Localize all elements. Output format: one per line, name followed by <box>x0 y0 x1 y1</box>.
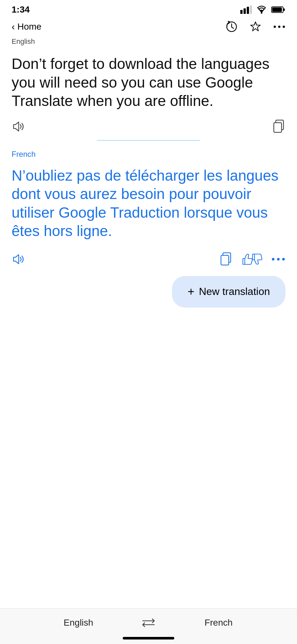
language-selector-bar: English French <box>0 609 297 634</box>
svg-point-21 <box>282 258 285 260</box>
section-divider <box>97 140 200 141</box>
home-indicator <box>123 637 174 639</box>
source-copy-icon[interactable] <box>273 119 285 134</box>
new-translation-label: New translation <box>199 286 270 298</box>
svg-point-20 <box>277 258 280 260</box>
translation-more-icon[interactable] <box>271 257 285 261</box>
svg-rect-7 <box>272 7 282 12</box>
svg-rect-18 <box>221 255 229 265</box>
target-language-selector[interactable]: French <box>156 618 282 628</box>
source-speaker-icon[interactable] <box>12 120 26 133</box>
new-translation-button[interactable]: + New translation <box>172 276 285 308</box>
source-text: Don’t forget to download the languages y… <box>12 55 285 110</box>
signal-icon <box>240 5 252 14</box>
nav-actions <box>225 21 285 33</box>
svg-point-19 <box>272 258 274 260</box>
swap-languages-icon[interactable] <box>141 618 156 627</box>
svg-rect-6 <box>283 8 285 11</box>
star-icon[interactable] <box>249 21 262 33</box>
status-bar: 1:34 <box>0 0 297 17</box>
svg-rect-0 <box>240 10 243 14</box>
back-label: Home <box>17 22 42 32</box>
svg-rect-15 <box>274 123 282 132</box>
svg-rect-2 <box>247 7 249 14</box>
back-arrow-icon: ‹ <box>12 21 15 32</box>
history-icon[interactable] <box>225 21 238 33</box>
svg-marker-13 <box>14 122 19 131</box>
back-button[interactable]: ‹ Home <box>12 21 42 32</box>
source-language-selector[interactable]: English <box>15 618 141 628</box>
source-actions <box>0 117 297 140</box>
svg-point-11 <box>278 26 281 28</box>
translation-speaker-icon[interactable] <box>12 253 26 266</box>
svg-rect-3 <box>250 5 252 14</box>
wifi-icon <box>256 5 267 14</box>
more-icon[interactable] <box>273 25 285 28</box>
nav-bar: ‹ Home <box>0 17 297 35</box>
svg-point-4 <box>261 12 263 14</box>
thumbs-feedback-icon[interactable] <box>242 253 262 266</box>
translated-text: N’oubliez pas de télécharger les langues… <box>12 166 285 241</box>
translation-action-group <box>220 252 285 266</box>
translation-copy-icon[interactable] <box>220 252 233 266</box>
status-icons <box>240 5 285 14</box>
plus-icon: + <box>187 285 194 298</box>
svg-marker-16 <box>14 255 19 264</box>
source-text-area: Don’t forget to download the languages y… <box>0 46 297 117</box>
status-time: 1:34 <box>12 5 30 15</box>
svg-point-12 <box>283 26 285 28</box>
source-language-label: English <box>0 35 297 46</box>
svg-marker-9 <box>251 22 260 31</box>
target-language-label: French <box>12 150 285 159</box>
svg-point-10 <box>274 26 276 28</box>
bottom-toolbar: English French <box>0 608 297 644</box>
battery-icon <box>271 6 285 14</box>
new-translation-wrapper: + New translation <box>0 273 297 314</box>
translation-section: French N’oubliez pas de télécharger les … <box>0 150 297 241</box>
svg-rect-1 <box>244 8 246 14</box>
translation-actions <box>0 252 297 273</box>
